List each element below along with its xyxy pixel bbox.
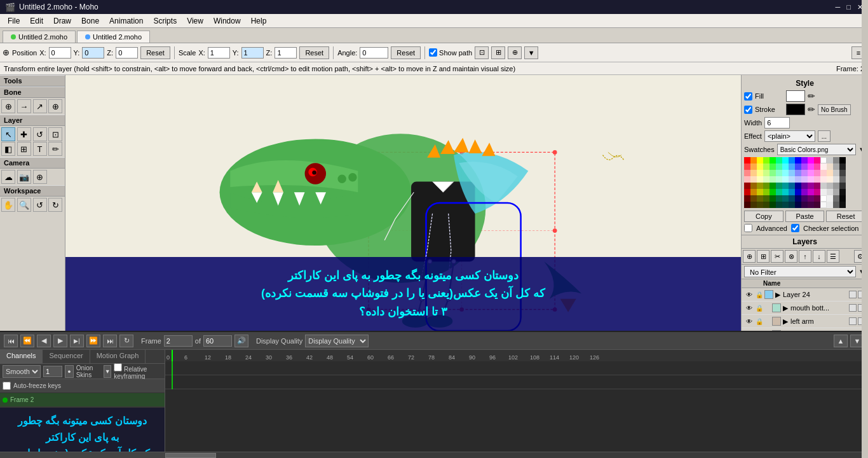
bodyshadow-lock[interactable]: 🔒 bbox=[754, 330, 764, 331]
color-cell[interactable] bbox=[744, 189, 750, 195]
color-cell[interactable] bbox=[750, 170, 757, 176]
color-cell[interactable] bbox=[744, 163, 750, 170]
bone-tool-2[interactable]: → bbox=[17, 99, 31, 113]
menu-scripts[interactable]: Scripts bbox=[148, 15, 182, 27]
sz-input[interactable] bbox=[275, 47, 297, 59]
sy-input[interactable] bbox=[241, 47, 264, 59]
color-cell[interactable] bbox=[776, 176, 782, 183]
color-cell[interactable] bbox=[820, 176, 827, 183]
leftarm-expand[interactable]: ▶ bbox=[783, 317, 790, 326]
menu-view[interactable]: View bbox=[182, 15, 208, 27]
bone-tool-3[interactable]: ↗ bbox=[33, 99, 47, 113]
layer-tool-add[interactable]: ✚ bbox=[17, 127, 31, 141]
color-cell[interactable] bbox=[744, 170, 750, 176]
bodyshadow-expand[interactable]: ▶ bbox=[783, 331, 790, 331]
color-cell[interactable] bbox=[770, 157, 776, 163]
color-cell[interactable] bbox=[744, 157, 750, 163]
layer-tool-move[interactable]: ↖ bbox=[1, 127, 15, 141]
color-cell[interactable] bbox=[820, 163, 827, 170]
color-cell[interactable] bbox=[795, 189, 801, 195]
color-cell[interactable] bbox=[795, 170, 801, 176]
layer-item-bodyshadow[interactable]: 👁 🔒 ▶ body shadow bbox=[742, 328, 868, 331]
onion-icon[interactable]: ● bbox=[65, 365, 74, 378]
menu-window[interactable]: Window bbox=[208, 15, 246, 27]
layer24-lock[interactable]: 🔒 bbox=[754, 289, 764, 300]
color-cell[interactable] bbox=[820, 189, 827, 195]
layers-btn-4[interactable]: ⊗ bbox=[785, 250, 797, 263]
color-cell[interactable] bbox=[833, 195, 839, 202]
y-input[interactable] bbox=[82, 47, 104, 59]
color-cell[interactable] bbox=[795, 183, 801, 189]
advanced-checkbox[interactable] bbox=[744, 224, 752, 232]
color-cell[interactable] bbox=[782, 189, 789, 195]
maximize-button[interactable]: □ bbox=[846, 3, 851, 11]
color-cell[interactable] bbox=[833, 176, 839, 183]
color-cell[interactable] bbox=[827, 176, 833, 183]
color-cell[interactable] bbox=[814, 195, 820, 202]
h-scroll-track[interactable] bbox=[165, 452, 868, 458]
onion-dropdown[interactable]: ▼ bbox=[104, 365, 111, 378]
color-cell[interactable] bbox=[789, 157, 795, 163]
color-cell[interactable] bbox=[763, 157, 770, 163]
color-cell[interactable] bbox=[795, 163, 801, 170]
color-cell[interactable] bbox=[782, 176, 789, 183]
color-cell[interactable] bbox=[808, 183, 814, 189]
color-cell[interactable] bbox=[801, 183, 808, 189]
stroke-color-swatch[interactable] bbox=[786, 104, 805, 115]
bone-tool-1[interactable]: ⊕ bbox=[1, 99, 15, 113]
color-cell[interactable] bbox=[827, 170, 833, 176]
color-cell[interactable] bbox=[782, 183, 789, 189]
workspace-tool-redo[interactable]: ↻ bbox=[48, 198, 62, 212]
color-cell[interactable] bbox=[776, 195, 782, 202]
camera-tool-2[interactable]: 📷 bbox=[17, 170, 31, 184]
color-cell[interactable] bbox=[750, 157, 757, 163]
reset-angle-button[interactable]: Reset bbox=[391, 46, 421, 59]
color-cell[interactable] bbox=[814, 183, 820, 189]
color-cell[interactable] bbox=[776, 183, 782, 189]
color-cell[interactable] bbox=[801, 176, 808, 183]
toolbar-icon-btn-1[interactable]: ⊡ bbox=[475, 46, 489, 59]
sx-input[interactable] bbox=[208, 47, 230, 59]
bone-tool-4[interactable]: ⊕ bbox=[48, 99, 62, 113]
color-cell[interactable] bbox=[814, 157, 820, 163]
color-cell[interactable] bbox=[776, 202, 782, 208]
leftarm-eye[interactable]: 👁 bbox=[744, 316, 754, 326]
color-cell[interactable] bbox=[814, 189, 820, 195]
x-input[interactable] bbox=[49, 47, 71, 59]
menu-file[interactable]: File bbox=[3, 15, 25, 27]
checker-checkbox[interactable] bbox=[791, 224, 799, 232]
menu-help[interactable]: Help bbox=[246, 15, 272, 27]
layers-btn-2[interactable]: ⊞ bbox=[757, 250, 770, 263]
layer24-expand[interactable]: ▶ bbox=[775, 291, 783, 299]
color-cell[interactable] bbox=[744, 195, 750, 202]
playback-loop[interactable]: ↻ bbox=[119, 335, 133, 347]
playback-next-key[interactable]: ⏩ bbox=[86, 335, 100, 347]
menu-animation[interactable]: Animation bbox=[104, 15, 148, 27]
menu-edit[interactable]: Edit bbox=[25, 15, 48, 27]
color-cell[interactable] bbox=[770, 163, 776, 170]
color-cell[interactable] bbox=[789, 202, 795, 208]
relative-keyframe-checkbox[interactable] bbox=[114, 363, 122, 371]
color-cell[interactable] bbox=[814, 202, 820, 208]
workspace-tool-undo[interactable]: ↺ bbox=[33, 198, 47, 212]
color-cell[interactable] bbox=[839, 195, 846, 202]
mouth-lock[interactable]: 🔒 bbox=[754, 303, 764, 313]
toolbar-dropdown-btn[interactable]: ▼ bbox=[524, 46, 538, 59]
color-cell[interactable] bbox=[795, 195, 801, 202]
color-cell[interactable] bbox=[782, 195, 789, 202]
camera-tool-3[interactable]: ⊕ bbox=[33, 170, 47, 184]
layer-item-mouth[interactable]: 👁 🔒 ▶ mouth bott... bbox=[742, 302, 868, 315]
stroke-checkbox[interactable] bbox=[744, 106, 752, 114]
mouth-eye[interactable]: 👁 bbox=[744, 303, 754, 313]
playback-prev-key[interactable]: ⏪ bbox=[20, 335, 34, 347]
timeline-expand-up[interactable]: ▲ bbox=[834, 335, 848, 347]
color-cell[interactable] bbox=[763, 176, 770, 183]
color-cell[interactable] bbox=[801, 189, 808, 195]
color-cell[interactable] bbox=[776, 170, 782, 176]
playback-play[interactable]: ▶ bbox=[53, 335, 67, 347]
color-cell[interactable] bbox=[770, 202, 776, 208]
angle-input[interactable] bbox=[360, 47, 388, 59]
color-cell[interactable] bbox=[782, 163, 789, 170]
color-cell[interactable] bbox=[763, 189, 770, 195]
color-cell[interactable] bbox=[820, 170, 827, 176]
